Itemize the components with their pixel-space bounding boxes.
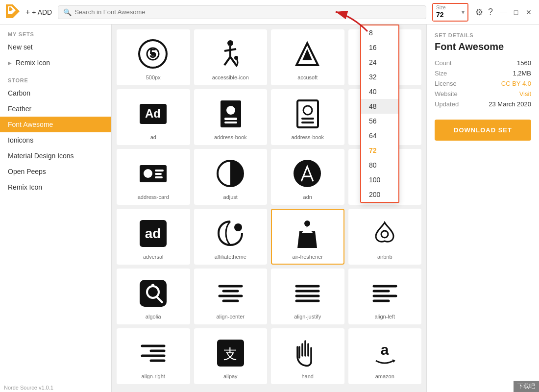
svg-point-42 (304, 220, 310, 226)
size-option-16[interactable]: 16 (361, 40, 398, 55)
icon-cell-address-book-1[interactable]: address-book (194, 89, 268, 145)
icon-name: airbnb (377, 254, 392, 260)
size-option-48[interactable]: 48 (361, 99, 398, 114)
sidebar-item-material-design-icons[interactable]: Material Design Icons (0, 148, 111, 164)
svg-point-31 (144, 169, 152, 178)
detail-key-license: License (435, 80, 457, 87)
size-option-72[interactable]: 72 (361, 143, 398, 158)
size-option-40[interactable]: 40 (361, 84, 398, 99)
sidebar: MY SETS New set ▶ Remix Icon STORE Carbo… (0, 24, 112, 392)
icon-name: align-left (374, 314, 395, 319)
size-option-64[interactable]: 64 (361, 128, 398, 143)
search-icon: 🔍 (63, 8, 72, 16)
icon-cell-hand[interactable]: hand (271, 328, 344, 384)
svg-point-6 (151, 52, 155, 56)
icon-cell-align-center[interactable]: align-center (194, 269, 268, 324)
sidebar-item-remix-icon-my[interactable]: ▶ Remix Icon (0, 55, 111, 71)
icon-name: adjust (223, 194, 238, 200)
sidebar-item-label: Remix Icon (16, 59, 50, 67)
icon-address-book-1 (213, 96, 248, 131)
size-option-56[interactable]: 56 (361, 114, 398, 128)
icon-cell-amazon[interactable]: a amazon (348, 328, 422, 384)
help-button[interactable]: ? (487, 6, 494, 18)
icon-accusoft (290, 36, 325, 72)
detail-key-website: Website (435, 90, 458, 98)
icon-cell-adjust[interactable]: adjust (194, 149, 268, 205)
icon-name: affiliatetheme (215, 254, 246, 260)
icon-cell-adversal[interactable]: ad adversal (117, 209, 190, 265)
icon-address-card (136, 156, 171, 191)
icon-cell-algolia[interactable]: algolia (117, 269, 190, 324)
detail-row-size: Size 1,2MB (435, 70, 531, 77)
icon-cell-airbnb[interactable]: airbnb (348, 209, 422, 265)
search-input[interactable] (74, 8, 421, 16)
icon-name: accessible-icon (212, 74, 249, 80)
sidebar-item-label: Font Awesome (8, 121, 53, 128)
svg-point-41 (234, 223, 242, 231)
icon-cell-address-book-2[interactable]: address-book (271, 89, 344, 145)
add-button[interactable]: + + ADD (25, 8, 52, 17)
sidebar-item-remix-icon[interactable]: Remix Icon (0, 179, 111, 195)
sidebar-item-new-set[interactable]: New set (0, 39, 111, 55)
icon-cell-align-left[interactable]: align-left (348, 269, 422, 324)
sidebar-item-open-peeps[interactable]: Open Peeps (0, 164, 111, 179)
add-label: + ADD (32, 8, 52, 16)
icon-cell-align-justify[interactable]: align-justify (271, 269, 344, 324)
icon-align-center (213, 275, 248, 311)
minimize-button[interactable]: — (499, 8, 508, 17)
close-button[interactable]: ✕ (524, 8, 533, 17)
icon-cell-ad[interactable]: Ad ad (117, 89, 190, 145)
svg-point-36 (294, 160, 321, 187)
svg-text:Ad: Ad (145, 107, 161, 120)
icon-affiliatetheme (213, 216, 248, 251)
icon-name: air-freshener (293, 254, 323, 260)
size-option-80[interactable]: 80 (361, 158, 398, 172)
sidebar-item-carbon[interactable]: Carbon (0, 85, 111, 101)
icon-cell-500px[interactable]: 5 500px (117, 29, 190, 85)
icon-ad: Ad (136, 96, 171, 131)
settings-button[interactable]: ⚙ (474, 6, 484, 19)
icon-cell-alipay[interactable]: 支 alipay (194, 328, 268, 384)
icon-hand (290, 335, 325, 370)
svg-rect-33 (155, 173, 162, 175)
icon-align-left (367, 275, 402, 311)
download-set-button[interactable]: DOWNLOAD SET (435, 120, 531, 141)
svg-point-49 (151, 284, 154, 287)
size-option-100[interactable]: 100 (361, 172, 398, 187)
sidebar-item-ionicons[interactable]: Ionicons (0, 132, 111, 148)
size-option-200[interactable]: 200 (361, 187, 398, 202)
size-option-32[interactable]: 32 (361, 70, 398, 84)
detail-val-count: 1560 (517, 59, 531, 67)
icon-name: align-right (142, 373, 165, 379)
svg-line-9 (224, 49, 236, 51)
svg-rect-26 (301, 118, 314, 120)
svg-rect-32 (155, 170, 164, 172)
icon-cell-adn[interactable]: adn (271, 149, 344, 205)
size-option-8[interactable]: 8 (361, 25, 398, 40)
icon-cell-affiliatetheme[interactable]: affiliatetheme (194, 209, 268, 265)
icon-name: ad (150, 134, 156, 140)
icon-cell-accusoft[interactable]: accusoft (271, 29, 344, 85)
topbar-right: ⚙ ? — □ ✕ (474, 6, 533, 19)
detail-row-updated: Updated 23 March 2020 (435, 100, 531, 108)
detail-val-website[interactable]: Visit (519, 90, 531, 98)
maximize-button[interactable]: □ (512, 8, 520, 17)
detail-val-updated: 23 March 2020 (489, 100, 531, 108)
detail-val-size: 1,2MB (513, 70, 531, 77)
sidebar-item-feather[interactable]: Feather (0, 101, 111, 117)
sidebar-item-label: Ionicons (8, 136, 33, 144)
size-option-24[interactable]: 24 (361, 55, 398, 70)
icon-cell-align-right[interactable]: align-right (117, 328, 190, 384)
sidebar-item-font-awesome[interactable]: Font Awesome (0, 117, 111, 132)
icon-name: address-book (214, 134, 247, 140)
icon-airbnb (367, 216, 402, 251)
icon-adn (290, 156, 325, 191)
icon-cell-address-card[interactable]: address-card (117, 149, 190, 205)
svg-rect-34 (155, 176, 163, 178)
detail-row-count: Count 1560 (435, 59, 531, 67)
icon-cell-air-freshener[interactable]: air-freshener (271, 209, 344, 265)
chevron-right-icon: ▶ (8, 60, 12, 66)
svg-text:ad: ad (145, 226, 161, 241)
detail-val-license[interactable]: CC BY 4.0 (501, 80, 531, 87)
icon-cell-accessible-icon[interactable]: accessible-icon (194, 29, 268, 85)
